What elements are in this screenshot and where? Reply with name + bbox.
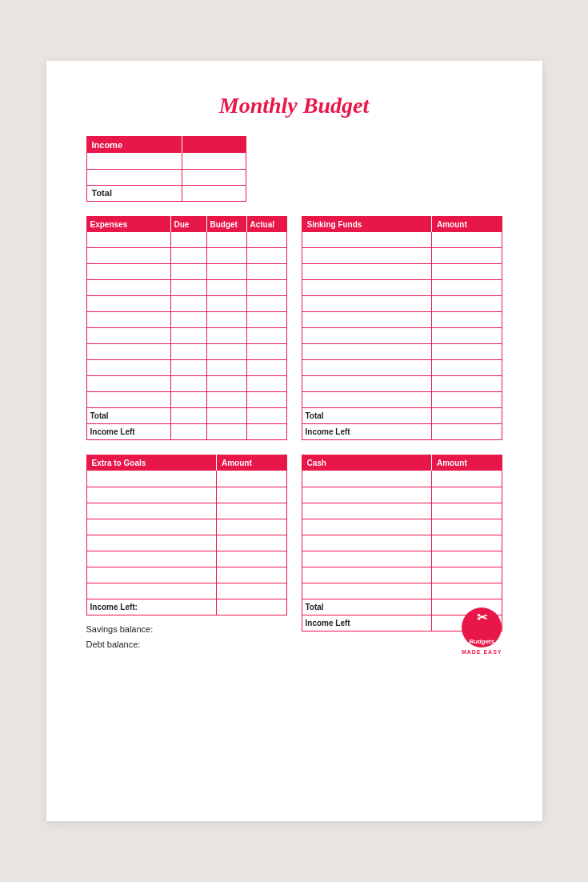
goals-row-1 bbox=[86, 471, 286, 487]
logo-area: Budgets MADE EASY bbox=[302, 607, 502, 655]
expenses-total-label: Total bbox=[86, 408, 170, 424]
sinking-row-7 bbox=[302, 328, 502, 344]
cash-header-row: Cash Amount bbox=[302, 455, 502, 471]
income-header-row: Income bbox=[86, 137, 246, 154]
income-cell-1a[interactable] bbox=[86, 153, 182, 169]
sinking-row-11 bbox=[302, 392, 502, 408]
goals-col: Extra to Goals Amount Income Left: bbox=[86, 455, 287, 655]
sinking-row-1 bbox=[302, 232, 502, 248]
bottom-labels: Savings balance: Debt balance: bbox=[86, 622, 287, 654]
page-container: Monthly Budget Income Total bbox=[46, 61, 542, 821]
expense-row-5 bbox=[86, 296, 286, 312]
income-total-value[interactable] bbox=[182, 185, 246, 201]
expense-row-3 bbox=[86, 264, 286, 280]
sinking-row-9 bbox=[302, 360, 502, 376]
sinking-row-3 bbox=[302, 264, 502, 280]
sinking-income-left-label: Income Left bbox=[302, 424, 432, 440]
logo-wrapper: Budgets MADE EASY bbox=[462, 607, 502, 655]
logo-circle: Budgets bbox=[462, 607, 502, 647]
sinking-total-label: Total bbox=[302, 408, 432, 424]
income-header-col2 bbox=[182, 137, 246, 154]
expense-row-11 bbox=[86, 392, 286, 408]
income-row-2 bbox=[86, 169, 246, 185]
goals-row-3 bbox=[86, 503, 286, 519]
sinking-row-10 bbox=[302, 376, 502, 392]
goals-income-left-label: Income Left: bbox=[86, 599, 217, 615]
income-section: Income Total bbox=[86, 136, 502, 202]
expenses-sinking-section: Expenses Due Budget Actual bbox=[86, 216, 502, 441]
sinking-table: Sinking Funds Amount bbox=[302, 216, 502, 441]
cash-row-2 bbox=[302, 487, 502, 503]
goals-row-7 bbox=[86, 567, 286, 583]
expenses-total-row: Total bbox=[86, 408, 286, 424]
cash-col: Cash Amount Total bbox=[302, 455, 502, 655]
income-row-1 bbox=[86, 153, 246, 169]
expenses-income-left-label: Income Left bbox=[86, 424, 170, 440]
goals-header-label: Extra to Goals bbox=[86, 455, 217, 471]
goals-row-5 bbox=[86, 535, 286, 551]
expense-row-7 bbox=[86, 328, 286, 344]
expense-row-2 bbox=[86, 248, 286, 264]
goals-header-amount: Amount bbox=[217, 455, 287, 471]
goals-row-2 bbox=[86, 487, 286, 503]
sinking-row-4 bbox=[302, 280, 502, 296]
sinking-income-left-row: Income Left bbox=[302, 424, 502, 440]
cash-row-4 bbox=[302, 519, 502, 535]
expenses-income-left-row: Income Left bbox=[86, 424, 286, 440]
sinking-row-8 bbox=[302, 344, 502, 360]
expense-row-10 bbox=[86, 376, 286, 392]
expense-row-1 bbox=[86, 232, 286, 248]
expenses-header-due: Due bbox=[170, 216, 206, 232]
cash-row-3 bbox=[302, 503, 502, 519]
income-header-label: Income bbox=[86, 137, 182, 154]
goals-row-8 bbox=[86, 583, 286, 599]
goals-table: Extra to Goals Amount Income Left: bbox=[86, 455, 287, 615]
sinking-header-row: Sinking Funds Amount bbox=[302, 216, 502, 232]
goals-income-left-row: Income Left: bbox=[86, 599, 286, 615]
cash-header-label: Cash bbox=[302, 455, 432, 471]
sinking-header-label: Sinking Funds bbox=[302, 216, 432, 232]
sinking-row-6 bbox=[302, 312, 502, 328]
page-title: Monthly Budget bbox=[86, 93, 502, 118]
expense-row-9 bbox=[86, 360, 286, 376]
cash-header-amount: Amount bbox=[432, 455, 502, 471]
expense-row-6 bbox=[86, 312, 286, 328]
cash-row-1 bbox=[302, 471, 502, 487]
sinking-row-5 bbox=[302, 296, 502, 312]
goals-row-6 bbox=[86, 551, 286, 567]
expense-row-4 bbox=[86, 280, 286, 296]
savings-label: Savings balance: bbox=[86, 622, 287, 638]
logo-line1: Budgets bbox=[469, 638, 494, 645]
sinking-header-amount: Amount bbox=[432, 216, 502, 232]
income-total-row: Total bbox=[86, 185, 246, 201]
expenses-header-budget: Budget bbox=[206, 216, 246, 232]
logo-line2: MADE EASY bbox=[462, 649, 502, 655]
expenses-header-expenses: Expenses bbox=[86, 216, 170, 232]
income-cell-1b[interactable] bbox=[182, 153, 246, 169]
cash-row-8 bbox=[302, 583, 502, 599]
cash-table: Cash Amount Total bbox=[302, 455, 502, 631]
expenses-col: Expenses Due Budget Actual bbox=[86, 216, 287, 441]
income-cell-2a[interactable] bbox=[86, 169, 182, 185]
expenses-table: Expenses Due Budget Actual bbox=[86, 216, 287, 441]
sinking-total-row: Total bbox=[302, 408, 502, 424]
goals-header-row: Extra to Goals Amount bbox=[86, 455, 286, 471]
income-total-label: Total bbox=[86, 185, 182, 201]
sinking-row-2 bbox=[302, 248, 502, 264]
cash-row-7 bbox=[302, 567, 502, 583]
expenses-header-actual: Actual bbox=[246, 216, 286, 232]
cash-row-5 bbox=[302, 535, 502, 551]
debt-label: Debt balance: bbox=[86, 637, 287, 653]
income-cell-2b[interactable] bbox=[182, 169, 246, 185]
expenses-header-row: Expenses Due Budget Actual bbox=[86, 216, 286, 232]
expense-row-8 bbox=[86, 344, 286, 360]
sinking-col: Sinking Funds Amount bbox=[302, 216, 502, 441]
income-table: Income Total bbox=[86, 136, 246, 202]
cash-row-6 bbox=[302, 551, 502, 567]
goals-cash-section: Extra to Goals Amount Income Left: bbox=[86, 455, 502, 655]
goals-row-4 bbox=[86, 519, 286, 535]
